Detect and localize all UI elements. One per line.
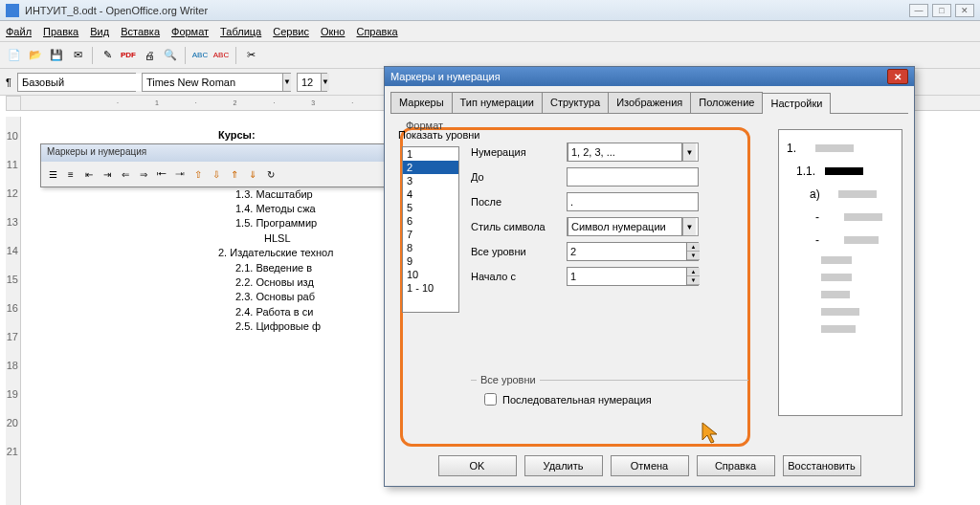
indent-icon[interactable]: ⇥: [100, 166, 115, 182]
show-levels-label: Показать уровни: [398, 129, 480, 141]
dialog-titlebar[interactable]: Маркеры и нумерация ✕: [385, 67, 914, 86]
close-button[interactable]: ✕: [955, 4, 974, 17]
level-item[interactable]: 2: [403, 161, 458, 174]
after-label: После: [471, 196, 567, 208]
restore-button[interactable]: Восстановить: [783, 455, 861, 476]
before-label: До: [471, 171, 567, 183]
tab-images[interactable]: Изображения: [608, 92, 691, 113]
levels-listbox[interactable]: 1 2 3 4 5 6 7 8 9 10 1 - 10: [402, 146, 459, 313]
style-input[interactable]: [18, 74, 158, 91]
after-input[interactable]: [567, 192, 699, 211]
move-up-icon[interactable]: ⇧: [190, 166, 206, 182]
styles-icon[interactable]: ¶: [6, 77, 11, 88]
tab-numtype[interactable]: Тип нумерации: [452, 92, 543, 113]
menu-insert[interactable]: Вставка: [121, 26, 160, 37]
level-item[interactable]: 1 - 10: [403, 281, 458, 295]
level-item[interactable]: 8: [403, 241, 458, 254]
promote-icon[interactable]: ⇑: [227, 166, 242, 182]
level-item[interactable]: 10: [403, 268, 458, 281]
before-input[interactable]: [567, 167, 699, 187]
vertical-ruler[interactable]: 1011 1213 1415 1617 1819 2021: [6, 117, 21, 505]
arrow-right-icon[interactable]: ⇒: [136, 166, 151, 182]
edit-icon[interactable]: ✎: [99, 47, 116, 64]
menubar: Файл Правка Вид Вставка Формат Таблица С…: [0, 21, 980, 42]
style-combo[interactable]: ▼: [17, 73, 136, 92]
outdent-icon[interactable]: ⇤: [81, 166, 97, 182]
window-title: ИНТУИТ_8.odt - OpenOffice.org Writer: [25, 5, 909, 16]
menu-edit[interactable]: Правка: [43, 26, 78, 37]
menu-file[interactable]: Файл: [6, 26, 32, 37]
ruler-corner: [6, 96, 21, 111]
numlist-icon[interactable]: ≡: [63, 166, 78, 182]
all-levels-fieldset: Все уровни Последовательная нумерация: [471, 374, 748, 411]
level-item[interactable]: 3: [403, 174, 458, 187]
chevron-down-icon[interactable]: ▼: [282, 74, 291, 91]
spinner-buttons[interactable]: ▲▼: [686, 268, 700, 285]
size-combo[interactable]: ▼: [297, 73, 327, 92]
open-icon[interactable]: 📂: [27, 47, 44, 64]
menu-window[interactable]: Окно: [321, 26, 345, 37]
alllevels-input[interactable]: [567, 242, 699, 261]
standard-toolbar: 📄 📂 💾 ✉ ✎ PDF 🖨 🔍 ABC ABC ✂: [0, 42, 980, 69]
charstyle-combo[interactable]: ▼: [567, 217, 699, 236]
preview-pane: 1. 1.1. a) - -: [778, 129, 902, 416]
chevron-down-icon[interactable]: ▼: [321, 74, 329, 91]
mail-icon[interactable]: ✉: [69, 47, 86, 64]
help-button[interactable]: Справка: [697, 455, 775, 476]
tab-right-icon[interactable]: ⭲: [172, 166, 188, 182]
spinner-buttons[interactable]: ▲▼: [686, 243, 700, 260]
menu-view[interactable]: Вид: [90, 26, 109, 37]
new-doc-icon[interactable]: 📄: [6, 47, 23, 64]
tab-markers[interactable]: Маркеры: [390, 92, 453, 113]
float-toolbar-title: Маркеры и нумерация: [41, 144, 384, 162]
bullets-numbering-toolbar[interactable]: Маркеры и нумерация ☰ ≡ ⇤ ⇥ ⇐ ⇒ ⭰ ⭲ ⇧ ⇩ …: [40, 143, 385, 187]
numbering-combo[interactable]: ▼: [567, 143, 699, 162]
dialog-title: Маркеры и нумерация: [390, 71, 887, 82]
delete-button[interactable]: Удалить: [524, 455, 603, 476]
window-titlebar: ИНТУИТ_8.odt - OpenOffice.org Writer — □…: [0, 0, 980, 21]
pdf-icon[interactable]: PDF: [120, 47, 137, 64]
menu-help[interactable]: Справка: [356, 26, 397, 37]
level-item[interactable]: 6: [403, 214, 458, 228]
restart-icon[interactable]: ↻: [263, 166, 278, 182]
charstyle-label: Стиль символа: [471, 221, 567, 232]
tab-structure[interactable]: Структура: [542, 92, 609, 113]
dialog-buttons: OK Удалить Отмена Справка Восстановить: [385, 455, 914, 476]
autospell-icon[interactable]: ABC: [212, 47, 230, 64]
level-item[interactable]: 9: [403, 254, 458, 268]
level-item[interactable]: 1: [403, 147, 458, 161]
level-item[interactable]: 5: [403, 201, 458, 214]
tab-position[interactable]: Положение: [690, 92, 763, 113]
font-input[interactable]: [143, 74, 282, 91]
minimize-button[interactable]: —: [909, 4, 928, 17]
print-icon[interactable]: 🖨: [141, 47, 158, 64]
tab-left-icon[interactable]: ⭰: [154, 166, 169, 182]
alllevels-label: Все уровни: [471, 246, 567, 257]
arrow-left-icon[interactable]: ⇐: [118, 166, 133, 182]
consecutive-checkbox[interactable]: [484, 393, 497, 406]
move-down-icon[interactable]: ⇩: [209, 166, 224, 182]
cancel-button[interactable]: Отмена: [611, 455, 689, 476]
save-icon[interactable]: 💾: [48, 47, 65, 64]
close-icon[interactable]: ✕: [887, 69, 908, 84]
start-input[interactable]: [567, 267, 699, 286]
cut-icon[interactable]: ✂: [242, 47, 259, 64]
size-input[interactable]: [298, 74, 321, 91]
tab-settings[interactable]: Настройки: [762, 93, 831, 114]
dialog-tabs: Маркеры Тип нумерации Структура Изображе…: [390, 92, 908, 114]
bullets-numbering-dialog: Маркеры и нумерация ✕ Маркеры Тип нумера…: [384, 66, 915, 487]
list-icon[interactable]: ☰: [45, 166, 60, 182]
menu-table[interactable]: Таблица: [220, 26, 261, 37]
demote-icon[interactable]: ⇓: [245, 166, 260, 182]
preview-icon[interactable]: 🔍: [162, 47, 179, 64]
spellcheck-icon[interactable]: ABC: [191, 47, 209, 64]
menu-tools[interactable]: Сервис: [273, 26, 309, 37]
level-item[interactable]: 4: [403, 187, 458, 201]
level-item[interactable]: 7: [403, 228, 458, 241]
app-icon: [6, 4, 19, 17]
all-levels-legend: Все уровни: [477, 374, 540, 385]
menu-format[interactable]: Формат: [171, 26, 209, 37]
maximize-button[interactable]: □: [932, 4, 951, 17]
font-combo[interactable]: ▼: [142, 73, 291, 92]
ok-button[interactable]: OK: [438, 455, 517, 476]
